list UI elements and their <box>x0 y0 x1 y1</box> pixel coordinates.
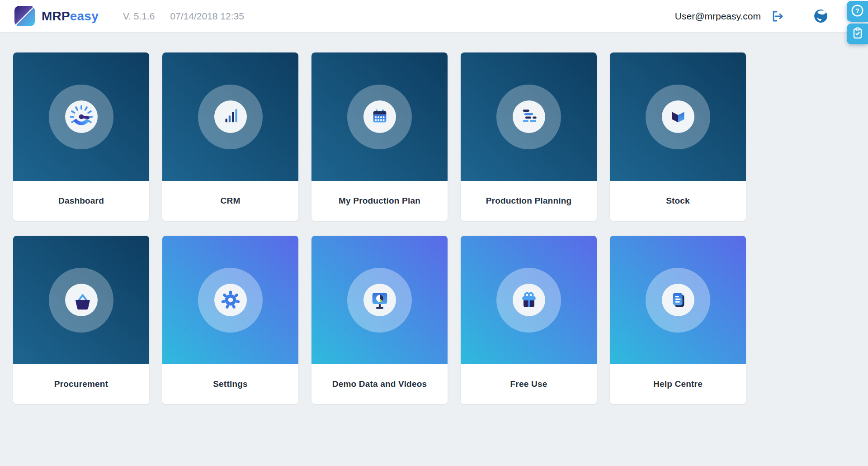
user-email: User@mrpeasy.com <box>675 11 761 22</box>
tasks-button[interactable] <box>847 24 868 44</box>
help-button[interactable]: ? <box>847 1 868 22</box>
tile-help-centre[interactable]: Help Centre <box>610 236 746 404</box>
tile-settings-art <box>162 236 298 364</box>
tile-help-centre-label: Help Centre <box>610 364 746 404</box>
brand-light: easy <box>70 9 99 24</box>
app-header: MRPeasy V. 5.1.6 07/14/2018 12:35 User@m… <box>0 0 868 32</box>
tile-demo-data-and-videos[interactable]: Demo Data and Videos <box>311 236 448 404</box>
tile-free-use-label: Free Use <box>461 364 597 404</box>
tile-dashboard-art <box>13 52 149 181</box>
tile-procurement-label: Procurement <box>13 364 149 404</box>
gauge-icon <box>68 104 94 130</box>
tile-stock-label: Stock <box>610 181 746 221</box>
sign-out-icon[interactable] <box>771 10 784 23</box>
app-tile-grid: Dashboard CRM <box>13 52 868 404</box>
tile-my-production-plan-label: My Production Plan <box>311 181 448 221</box>
gear-icon <box>220 290 241 310</box>
tile-production-planning-label: Production Planning <box>461 181 597 221</box>
tile-free-use[interactable]: Free Use <box>461 236 597 404</box>
tile-procurement-art <box>13 236 149 364</box>
globe-icon[interactable] <box>812 8 829 24</box>
tile-procurement[interactable]: Procurement <box>13 236 149 404</box>
presentation-icon <box>369 290 390 310</box>
tile-demo-data-and-videos-art <box>311 236 448 364</box>
gift-icon <box>519 290 539 310</box>
tile-help-centre-art <box>610 236 746 364</box>
bar-chart-icon <box>220 106 241 127</box>
tile-crm-label: CRM <box>162 181 298 221</box>
tile-settings[interactable]: Settings <box>162 236 298 404</box>
brand-bold: MRP <box>42 9 70 24</box>
tile-stock-art <box>610 52 746 181</box>
tile-crm-art <box>162 52 298 181</box>
basket-icon <box>71 290 92 310</box>
clipboard-check-icon <box>851 26 864 42</box>
tile-free-use-art <box>461 236 597 364</box>
current-datetime: 07/14/2018 12:35 <box>170 11 244 22</box>
tile-production-planning-art <box>461 52 597 181</box>
tile-crm[interactable]: CRM <box>162 52 298 221</box>
tile-stock[interactable]: Stock <box>610 52 746 221</box>
question-circle-icon: ? <box>850 4 864 19</box>
tile-my-production-plan-art <box>311 52 448 181</box>
tile-dashboard[interactable]: Dashboard <box>13 52 149 221</box>
tile-demo-data-and-videos-label: Demo Data and Videos <box>311 364 448 404</box>
document-icon <box>668 290 689 310</box>
calendar-icon <box>369 106 390 127</box>
gantt-icon <box>519 106 539 127</box>
tile-production-planning[interactable]: Production Planning <box>461 52 597 221</box>
tile-dashboard-label: Dashboard <box>13 181 149 221</box>
brand-name: MRPeasy <box>42 9 99 24</box>
app-version: V. 5.1.6 <box>123 11 155 22</box>
tile-settings-label: Settings <box>162 364 298 404</box>
mrpeasy-logo-icon <box>14 6 35 26</box>
open-box-icon <box>668 106 689 127</box>
tile-my-production-plan[interactable]: My Production Plan <box>311 52 448 221</box>
svg-text:?: ? <box>855 6 859 14</box>
